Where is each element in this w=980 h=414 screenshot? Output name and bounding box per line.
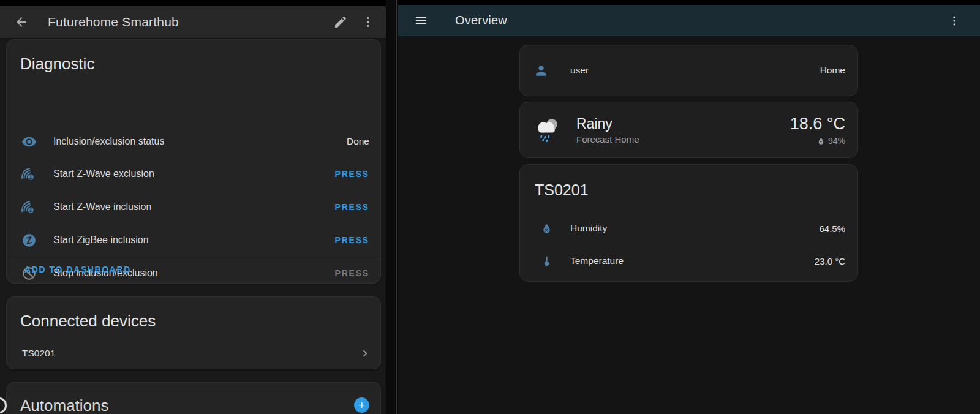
row-label: Temperature (570, 255, 624, 266)
temperature-icon (540, 255, 553, 268)
press-button[interactable]: PRESS (335, 235, 369, 245)
diagnostic-row-zwave-inclusion: Z Start Z-Wave inclusion PRESS (7, 195, 380, 219)
status-bar (398, 0, 980, 5)
overflow-menu-icon[interactable] (948, 14, 961, 28)
diagnostic-card: Diagnostic Inclusion/exclusion status Do… (6, 39, 381, 284)
press-button[interactable]: PRESS (335, 169, 369, 179)
row-label: Humidity (570, 223, 607, 234)
temperature-row[interactable]: Temperature 23.0 °C (520, 249, 858, 273)
row-label: Start Z-Wave exclusion (53, 168, 154, 179)
overview-panel: Overview user Home (398, 0, 980, 414)
row-label: Inclusion/exclusion status (53, 136, 164, 147)
row-value: Done (347, 136, 369, 147)
weather-summary: Rainy Forecast Home (576, 115, 639, 145)
device-panel-header: Futurehome Smarthub (0, 6, 386, 38)
sensor-card-title: TS0201 (535, 181, 589, 199)
user-name: user (570, 65, 589, 76)
weather-readings: 18.6 °C 94% (790, 114, 845, 146)
row-value: 64.5% (819, 224, 845, 234)
page-title: Overview (455, 13, 507, 28)
screen: Futurehome Smarthub Diagnostic Inclusion… (0, 0, 980, 414)
diagnostic-title: Diagnostic (20, 55, 94, 73)
connected-devices-title: Connected devices (20, 312, 156, 331)
row-label: Start ZigBee inclusion (53, 235, 149, 246)
automations-title: Automations (20, 396, 109, 414)
zwave-icon: Z (21, 167, 37, 182)
zigbee-icon: Z (21, 233, 37, 248)
weather-humidity: 94% (816, 136, 845, 146)
user-location: Home (820, 65, 845, 76)
sensor-card: TS0201 Humidity 64.5% Temperature 23.0 °… (519, 164, 858, 282)
row-value: 23.0 °C (815, 256, 845, 266)
edit-pencil-icon[interactable] (333, 15, 348, 29)
weather-humidity-value: 94% (828, 136, 845, 146)
status-bar (0, 0, 386, 6)
water-percent-icon (816, 137, 826, 146)
zwave-icon: Z (21, 200, 37, 215)
weather-condition: Rainy (576, 115, 639, 133)
diagnostic-row-status: Inclusion/exclusion status Done (7, 129, 380, 154)
weather-source: Forecast Home (576, 134, 639, 145)
humidity-icon (540, 222, 553, 235)
diagnostic-row-zigbee-inclusion: Z Start ZigBee inclusion PRESS (7, 228, 380, 252)
humidity-row[interactable]: Humidity 64.5% (520, 216, 858, 241)
add-automation-button[interactable]: + (354, 397, 369, 413)
overflow-menu-icon[interactable] (361, 15, 375, 29)
add-to-dashboard-button[interactable]: ADD TO DASHBOARD (24, 265, 131, 274)
person-icon (533, 63, 549, 78)
back-arrow-icon[interactable] (14, 15, 29, 29)
device-list-item[interactable]: TS0201 (7, 341, 380, 366)
eye-icon (21, 134, 37, 149)
window-divider (386, 0, 398, 414)
weather-card[interactable]: Rainy Forecast Home 18.6 °C 94% (519, 102, 858, 158)
automations-card: Automations + (6, 382, 381, 414)
hamburger-menu-icon[interactable] (414, 13, 428, 28)
weather-temperature: 18.6 °C (790, 114, 845, 134)
overview-header: Overview (398, 5, 980, 36)
diagnostic-row-zwave-exclusion: Z Start Z-Wave exclusion PRESS (7, 162, 380, 186)
page-title: Futurehome Smarthub (48, 15, 179, 29)
chevron-right-icon (358, 347, 372, 360)
device-panel: Futurehome Smarthub Diagnostic Inclusion… (0, 0, 386, 414)
press-button[interactable]: PRESS (335, 202, 369, 212)
row-label: Start Z-Wave inclusion (53, 201, 151, 213)
card-footer: ADD TO DASHBOARD (7, 255, 380, 284)
user-entity-card[interactable]: user Home (519, 45, 858, 96)
rainy-weather-icon (533, 115, 562, 145)
connected-devices-card: Connected devices TS0201 (6, 296, 381, 369)
device-name: TS0201 (22, 348, 55, 359)
